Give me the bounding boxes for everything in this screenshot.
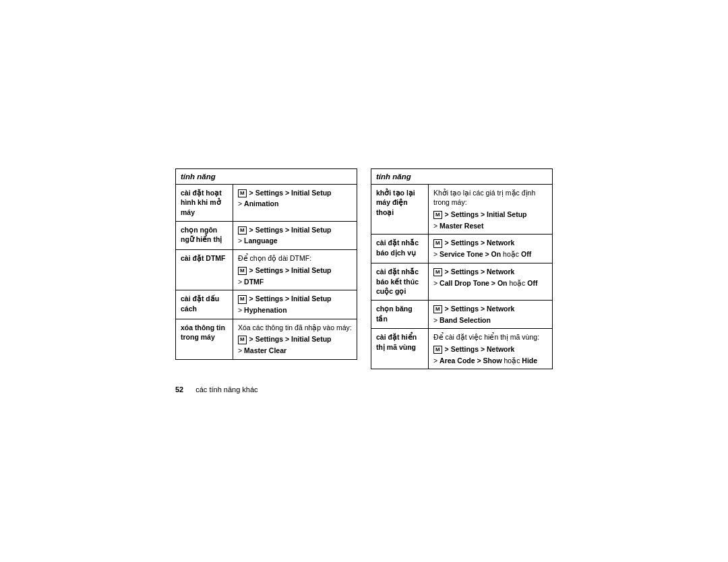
menu-icon: M [433,211,442,219]
feature-desc: M > Settings > Initial Setup > Language [233,221,357,249]
nav-path: M > Settings > Initial Setup [238,225,352,235]
nav-sub: > Band Selection [433,316,491,324]
feature-desc: Để cài đặt việc hiển thị mã vùng: M > Se… [429,329,553,369]
table-right-header: tính năng [371,168,553,184]
table-row: chọn ngôn ngữ hiển thị M > Settings > In… [176,221,357,249]
nav-path: M > Settings > Initial Setup [238,188,352,198]
feature-label: cài đặt hoạt hình khi mở máy [176,184,233,221]
feature-label: cài đặt nhắc báo kết thúc cuộc gọi [371,263,429,300]
description-text: Để cài đặt việc hiển thị mã vùng: [433,332,547,342]
feature-label: khởi tạo lại máy điện thoại [371,184,429,235]
feature-desc: M > Settings > Network > Service Tone > … [429,235,553,263]
nav-path: M > Settings > Initial Setup [238,266,352,276]
menu-icon: M [238,336,247,344]
footer-number: 52 [175,385,183,394]
menu-icon: M [238,295,247,303]
feature-desc: M > Settings > Network > Band Selection [429,300,553,328]
feature-desc: Để chọn độ dài DTMF: M > Settings > Init… [233,250,357,290]
table-row: cài đặt hoạt hình khi mở máy M > Setting… [176,184,357,221]
description-text: Xóa các thông tin đã nhập vào máy: [238,323,352,333]
menu-icon: M [433,305,442,313]
menu-icon: M [238,267,247,275]
feature-desc: M > Settings > Network > Call Drop Tone … [429,263,553,300]
nav-sub: > DTMF [238,278,264,286]
nav-sub: > Master Reset [433,222,483,230]
feature-desc: M > Settings > Initial Setup > Hyphenati… [233,290,357,319]
footer-row: 52 các tính năng khác [175,385,553,394]
nav-path: M > Settings > Initial Setup [433,210,547,220]
description-text: Khởi tạo lại các giá trị mặc định trong … [433,188,547,208]
feature-label: chọn băng tần [371,300,429,328]
table-left-header: tính năng [176,168,357,184]
tables-row: tính năng cài đặt hoạt hình khi mở máy M… [175,168,553,370]
nav-sub: > Service Tone > On hoặc Off [433,250,531,258]
nav-path: M > Settings > Initial Setup [238,334,352,344]
nav-path: M > Settings > Network [433,344,547,354]
nav-sub: > Area Code > Show hoặc Hide [433,356,537,365]
menu-icon: M [238,226,247,235]
feature-desc: M > Settings > Initial Setup > Animation [233,184,357,221]
feature-desc: Khởi tạo lại các giá trị mặc định trong … [429,184,553,235]
nav-sub: > Hyphenation [238,306,287,314]
table-left: tính năng cài đặt hoạt hình khi mở máy M… [175,168,357,360]
table-row: khởi tạo lại máy điện thoại Khởi tạo lại… [371,184,553,235]
nav-sub: > Language [238,237,278,245]
table-right: tính năng khởi tạo lại máy điện thoại Kh… [371,168,553,370]
table-row: xóa thông tin trong máy Xóa các thông ti… [176,319,357,359]
footer-text: các tính năng khác [195,385,257,394]
menu-icon: M [433,346,442,354]
nav-path: M > Settings > Network [433,304,547,314]
feature-label: cài đặt hiển thị mã vùng [371,329,429,369]
table-row: cài đặt DTMF Để chọn độ dài DTMF: M > Se… [176,250,357,290]
feature-label: cài đặt nhắc báo dịch vụ [371,235,429,263]
description-text: Để chọn độ dài DTMF: [238,253,352,263]
feature-label: cài đặt dấu cách [176,290,233,319]
nav-sub: > Call Drop Tone > On hoặc Off [433,279,537,287]
table-row: cài đặt nhắc báo kết thúc cuộc gọi M > S… [371,263,553,300]
table-row: chọn băng tần M > Settings > Network > B… [371,300,553,328]
feature-desc: Xóa các thông tin đã nhập vào máy: M > S… [233,319,357,359]
nav-path: M > Settings > Network [433,238,547,248]
menu-icon: M [238,189,247,197]
table-row: cài đặt hiển thị mã vùng Để cài đặt việc… [371,329,553,369]
table-row: cài đặt dấu cách M > Settings > Initial … [176,290,357,319]
nav-sub: > Animation [238,199,278,208]
page-content: tính năng cài đặt hoạt hình khi mở máy M… [0,155,728,408]
nav-sub: > Master Clear [238,346,286,354]
menu-icon: M [433,268,442,276]
menu-icon: M [433,239,442,247]
nav-path: M > Settings > Initial Setup [238,294,352,304]
nav-path: M > Settings > Network [433,267,547,277]
feature-label: xóa thông tin trong máy [176,319,233,359]
feature-label: cài đặt DTMF [176,250,233,290]
feature-label: chọn ngôn ngữ hiển thị [176,221,233,249]
table-row: cài đặt nhắc báo dịch vụ M > Settings > … [371,235,553,263]
